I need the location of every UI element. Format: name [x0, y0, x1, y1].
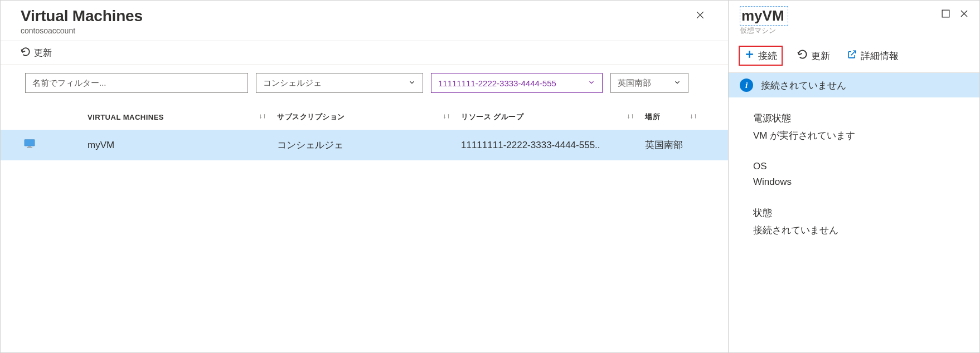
maximize-icon[interactable]: [940, 8, 951, 21]
subscription-select[interactable]: コンシェルジェ: [256, 73, 423, 93]
power-state-value: VM が実行されています: [753, 129, 965, 142]
refresh-icon: [21, 47, 31, 59]
state-value: 接続されていません: [753, 224, 965, 237]
cell-location: 英国南部: [645, 139, 708, 151]
connect-button[interactable]: 接続: [739, 46, 783, 66]
refresh-label: 更新: [34, 47, 52, 59]
more-info-button[interactable]: 詳細情報: [845, 48, 901, 63]
chevron-down-icon: [673, 79, 681, 88]
more-info-label: 詳細情報: [861, 50, 899, 62]
svg-rect-4: [27, 147, 32, 148]
vm-list-panel: Virtual Machines contosoaccount 更新 名前でフィ…: [1, 1, 729, 352]
account-name: contosoaccount: [21, 26, 143, 35]
right-header: myVM 仮想マシン: [729, 1, 979, 39]
col-vm[interactable]: VIRTUAL MACHINES: [88, 112, 277, 122]
detail-properties: 電源状態 VM が実行されています OS Windows 状態 接続されていませ…: [729, 97, 979, 237]
cell-subscription: コンシェルジェ: [277, 139, 461, 151]
sort-icon: [443, 113, 450, 121]
refresh-label: 更新: [811, 50, 830, 62]
cell-resourcegroup: 11111111-2222-3333-4444-555..: [461, 140, 645, 151]
os-label: OS: [753, 161, 965, 172]
svg-rect-2: [25, 140, 35, 146]
location-select-value: 英国南部: [618, 78, 651, 89]
plus-icon: [744, 49, 755, 62]
filter-placeholder: 名前でフィルター...: [32, 78, 106, 89]
col-resourcegroup[interactable]: リソース グループ: [461, 112, 645, 122]
detail-subtitle: 仮想マシン: [740, 26, 788, 36]
info-bar-text: 接続されていません: [761, 79, 846, 92]
cell-vm-name: myVM: [88, 140, 277, 151]
table-row[interactable]: myVM コンシェルジェ 11111111-2222-3333-4444-555…: [1, 130, 728, 160]
left-toolbar: 更新: [1, 41, 728, 65]
close-icon[interactable]: [690, 7, 710, 26]
chevron-down-icon: [588, 79, 595, 88]
col-subscription[interactable]: サブスクリプション: [277, 112, 461, 122]
sort-icon: [690, 113, 697, 121]
info-bar: i 接続されていません: [729, 73, 979, 97]
location-select[interactable]: 英国南部: [610, 73, 688, 93]
state-label: 状態: [753, 207, 965, 219]
page-title: Virtual Machines: [21, 7, 143, 25]
external-link-icon: [847, 49, 857, 62]
subscription-select-value: コンシェルジェ: [263, 78, 322, 89]
svg-rect-3: [28, 146, 31, 147]
sort-icon: [627, 113, 634, 121]
connect-label: 接続: [758, 50, 777, 62]
right-toolbar: 接続 更新 詳細情報: [729, 39, 979, 73]
refresh-button[interactable]: 更新: [795, 48, 832, 63]
table-header: VIRTUAL MACHINES サブスクリプション リソース グループ 場所: [1, 112, 728, 130]
close-icon[interactable]: [959, 8, 969, 21]
chevron-down-icon: [408, 79, 416, 88]
refresh-icon: [797, 49, 808, 62]
sort-icon: [259, 113, 266, 121]
filter-row: 名前でフィルター... コンシェルジェ 11111111-2222-3333-4…: [1, 65, 728, 99]
os-value: Windows: [753, 176, 965, 188]
resourcegroup-select[interactable]: 11111111-2222-3333-4444-555: [431, 73, 603, 93]
left-header: Virtual Machines contosoaccount: [1, 1, 728, 41]
detail-title: myVM: [741, 7, 784, 24]
vm-icon: [24, 139, 35, 151]
resourcegroup-select-value: 11111111-2222-3333-4444-555: [438, 79, 556, 88]
vm-detail-panel: myVM 仮想マシン 接続 更新 詳細情報 i 接続されていません 電源状態 V…: [729, 1, 979, 352]
refresh-button[interactable]: 更新: [21, 47, 52, 59]
col-location[interactable]: 場所: [645, 112, 708, 122]
svg-rect-5: [942, 10, 949, 17]
info-icon: i: [740, 79, 753, 92]
name-filter-input[interactable]: 名前でフィルター...: [25, 73, 248, 93]
power-state-label: 電源状態: [753, 112, 965, 125]
